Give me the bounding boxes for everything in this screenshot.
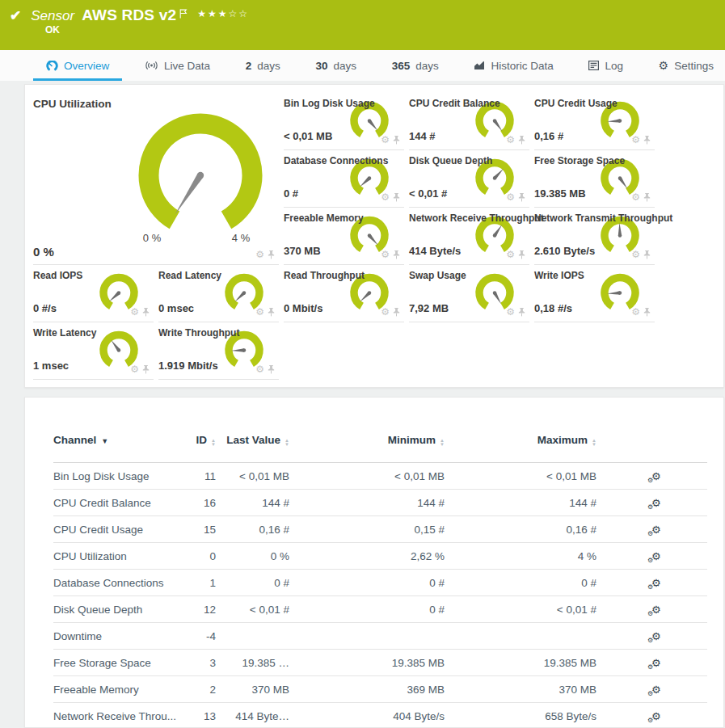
table-row-cpu-credit-usage: CPU Credit Usage 15 0,16 # 0,15 # 0,16 #… — [53, 516, 707, 543]
gauge-title: CPU Credit Balance — [409, 98, 529, 109]
table-row-disk-queue-depth: Disk Queue Depth 12 < 0,01 # 0 # < 0,01 … — [53, 596, 707, 623]
gauge-swap-usage[interactable]: Swap Usage 7,92 MB ⚙ — [409, 265, 529, 322]
pin-icon[interactable] — [518, 193, 525, 202]
pin-icon[interactable] — [643, 193, 651, 202]
pin-icon[interactable] — [393, 250, 400, 259]
tab-label: Live Data — [164, 60, 210, 72]
gauge-cpu-credit-usage[interactable]: CPU Credit Usage 0,16 # ⚙ — [534, 93, 655, 150]
channel-settings-icon[interactable]: ⚙⚙ — [651, 630, 661, 642]
gauge-settings-icon[interactable]: ⚙ — [255, 250, 264, 259]
live-icon — [145, 61, 158, 70]
channel-settings-icon[interactable]: ⚙⚙ — [651, 657, 661, 669]
gauge-title: Bin Log Disk Usage — [284, 98, 404, 109]
flag-icon[interactable] — [179, 7, 188, 22]
pin-icon[interactable] — [643, 136, 651, 145]
gauge-settings-icon[interactable]: ⚙ — [631, 307, 640, 317]
channel-settings-icon[interactable]: ⚙⚙ — [651, 710, 661, 722]
pin-icon[interactable] — [142, 308, 150, 317]
gauge-bin-log-disk-usage[interactable]: Bin Log Disk Usage < 0,01 MB ⚙ — [284, 93, 404, 150]
column-header-maximum[interactable]: Maximum▲▼ — [445, 434, 596, 456]
gauge-settings-icon[interactable]: ⚙ — [381, 192, 390, 202]
gauge-read-iops[interactable]: Read IOPS 0 #/s ⚙ — [33, 265, 154, 322]
gauge-free-storage-space[interactable]: Free Storage Space 19.385 MB ⚙ — [534, 150, 655, 208]
pin-icon[interactable] — [393, 136, 400, 145]
column-header-minimum[interactable]: Minimum▲▼ — [289, 434, 445, 456]
gauge-network-transmit-throughput[interactable]: Network Transmit Throughput 2.610 Byte/s… — [534, 208, 655, 265]
tab-overview[interactable]: Overview — [44, 50, 111, 81]
log-icon — [588, 61, 599, 70]
gauge-settings-icon[interactable]: ⚙ — [631, 192, 640, 202]
gauge-value: 1 msec — [33, 360, 69, 372]
tab-2-days[interactable]: 2days — [244, 50, 282, 81]
table-row-network-receive-throu: Network Receive Throu... 13 414 Byte… 40… — [53, 703, 707, 728]
cell-minimum: 19.385 MB — [289, 657, 445, 669]
gauge-settings-icon[interactable]: ⚙ — [130, 364, 139, 374]
channel-settings-icon[interactable]: ⚙⚙ — [651, 684, 661, 696]
pin-icon[interactable] — [393, 308, 400, 317]
tab-30-days[interactable]: 30days — [314, 50, 358, 81]
gauge-database-connections[interactable]: Database Connections 0 # ⚙ — [284, 150, 404, 208]
column-header-channel[interactable]: Channel▼ — [53, 434, 179, 456]
tab-settings[interactable]: ⚙Settings — [657, 50, 715, 81]
gauge-settings-icon[interactable]: ⚙ — [130, 307, 139, 317]
pin-icon[interactable] — [393, 193, 400, 202]
cell-minimum: 2,62 % — [289, 550, 445, 562]
channel-settings-icon[interactable]: ⚙⚙ — [651, 577, 661, 589]
gauge-title: Write Throughput — [158, 327, 279, 339]
gauge-write-throughput[interactable]: Write Throughput 1.919 Mbit/s ⚙ — [158, 322, 279, 380]
gauge-settings-icon[interactable]: ⚙ — [506, 307, 515, 317]
gauge-settings-icon[interactable]: ⚙ — [255, 307, 264, 317]
sort-icon: ▲▼ — [592, 439, 596, 446]
channel-settings-icon[interactable]: ⚙⚙ — [651, 497, 661, 509]
gauge-settings-icon[interactable]: ⚙ — [381, 135, 390, 145]
channel-settings-icon[interactable]: ⚙⚙ — [651, 524, 661, 536]
channel-settings-icon[interactable]: ⚙⚙ — [651, 470, 661, 482]
pin-icon[interactable] — [142, 365, 150, 374]
gauge-freeable-memory[interactable]: Freeable Memory 370 MB ⚙ — [284, 208, 404, 265]
gauge-read-latency[interactable]: Read Latency 0 msec ⚙ — [158, 265, 279, 322]
gauge-disk-queue-depth[interactable]: Disk Queue Depth < 0,01 # ⚙ — [409, 150, 529, 208]
gauge-read-throughput[interactable]: Read Throughput 0 Mbit/s ⚙ — [284, 265, 404, 322]
column-header-id[interactable]: ID▲▼ — [179, 434, 216, 456]
gauge-settings-icon[interactable]: ⚙ — [381, 307, 390, 317]
gauge-actions: ⚙ — [255, 307, 275, 317]
pin-icon[interactable] — [518, 136, 525, 145]
tab-live-data[interactable]: Live Data — [143, 50, 212, 81]
gauge-settings-icon[interactable]: ⚙ — [506, 192, 515, 202]
gauge-settings-icon[interactable]: ⚙ — [631, 135, 640, 145]
cell-last-value: 0,16 # — [216, 524, 289, 536]
pin-icon[interactable] — [643, 308, 651, 317]
gauge-cpu-credit-balance[interactable]: CPU Credit Balance 144 # ⚙ — [409, 93, 529, 150]
tab-historic-data[interactable]: Historic Data — [472, 50, 554, 81]
gauge-network-receive-throughput[interactable]: Network Receive Throughput 414 Byte/s ⚙ — [409, 208, 529, 265]
pin-icon[interactable] — [268, 250, 275, 259]
pin-icon[interactable] — [268, 308, 275, 317]
column-label: Channel — [53, 434, 96, 446]
gauge-write-iops[interactable]: Write IOPS 0,18 #/s ⚙ — [534, 265, 655, 322]
cell-settings: ⚙⚙ — [596, 710, 707, 722]
gauge-settings-icon[interactable]: ⚙ — [631, 250, 640, 259]
tab-365-days[interactable]: 365days — [390, 50, 440, 81]
pin-icon[interactable] — [518, 250, 525, 259]
gauge-settings-icon[interactable]: ⚙ — [381, 250, 390, 259]
column-header-last-value[interactable]: Last Value▲▼ — [216, 434, 289, 456]
pin-icon[interactable] — [268, 365, 275, 374]
priority-stars[interactable]: ★★★☆☆ — [197, 8, 249, 19]
channel-settings-icon[interactable]: ⚙⚙ — [651, 550, 661, 562]
pin-icon[interactable] — [643, 250, 651, 259]
gauge-settings-icon[interactable]: ⚙ — [255, 364, 264, 374]
gauge-settings-icon[interactable]: ⚙ — [506, 135, 515, 145]
tab-log[interactable]: Log — [587, 50, 625, 81]
channel-settings-icon[interactable]: ⚙⚙ — [651, 604, 661, 616]
gauge-cpu-utilization[interactable]: CPU Utilization 0 % 4 % 0 % ⚙ — [33, 93, 279, 265]
gauge-settings-icon[interactable]: ⚙ — [506, 250, 515, 259]
cell-last-value: 0 % — [216, 550, 289, 562]
cell-settings: ⚙⚙ — [596, 550, 707, 562]
cell-settings: ⚙⚙ — [596, 657, 707, 669]
gauge-title: Write Latency — [33, 327, 154, 339]
gauge-write-latency[interactable]: Write Latency 1 msec ⚙ — [33, 322, 154, 380]
gauge-title: Swap Usage — [409, 270, 529, 281]
cell-id: -4 — [179, 630, 216, 642]
pin-icon[interactable] — [518, 308, 525, 317]
cell-id: 3 — [179, 657, 216, 669]
